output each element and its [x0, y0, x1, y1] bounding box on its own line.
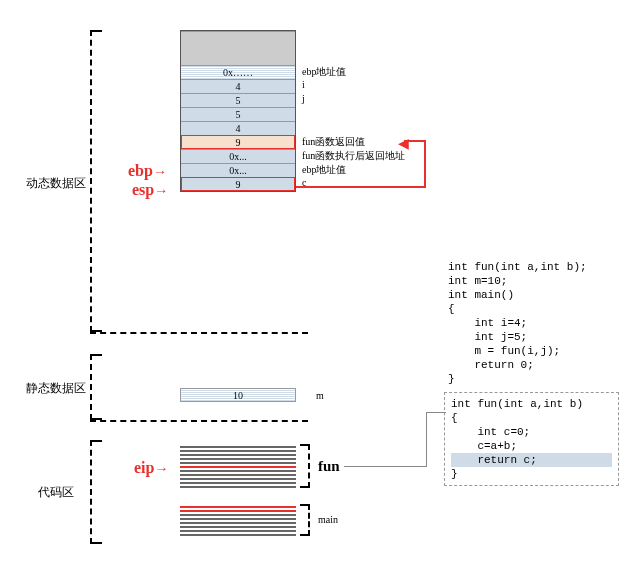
stack-cell-0: 0x……	[181, 65, 295, 79]
return-arrow-h	[424, 140, 426, 188]
stack-label-7: ebp地址值	[302, 163, 346, 177]
stack-cell-4: 4	[181, 121, 295, 135]
code1-l9: }	[448, 372, 623, 386]
static-m-label: m	[316, 390, 324, 401]
stack-top-grey	[181, 31, 295, 65]
stack-label-2: j	[302, 93, 305, 104]
code2-l6: }	[451, 467, 612, 481]
code1-l7: m = fun(i,j);	[448, 344, 623, 358]
code1-l1: int fun(int a,int b);	[448, 260, 623, 274]
brace-fun	[300, 444, 310, 488]
stack-label-6: fun函数执行后返回地址	[302, 149, 405, 163]
ebp-pointer: ebp→	[128, 162, 167, 180]
stack-cell-8: 9	[181, 177, 295, 191]
arrow-right-icon: →	[153, 164, 167, 180]
brace-dynamic	[90, 30, 102, 332]
connector-line-1	[344, 466, 426, 467]
code2-l1: int fun(int a,int b)	[451, 397, 612, 411]
fun-label: fun	[318, 458, 340, 475]
brace-static	[90, 354, 102, 420]
return-arrow-head: ◀	[398, 135, 409, 152]
code1-l5: int i=4;	[448, 316, 623, 330]
stack-cell-6: 0x...	[181, 149, 295, 163]
arrow-right-icon: →	[154, 461, 168, 477]
stack-label-5: fun函数返回值	[302, 135, 365, 149]
region-static-label: 静态数据区	[26, 380, 86, 397]
separator-1	[90, 332, 308, 334]
code-panel-main: int fun(int a,int b); int m=10; int main…	[448, 260, 623, 386]
stack-cell-5: 9	[181, 135, 295, 149]
stack-column: 0x…… 4 5 5 4 9 0x... 0x... 9	[180, 30, 296, 192]
code-fun-block	[180, 444, 296, 488]
stack-cell-7: 0x...	[181, 163, 295, 177]
connector-line-3	[426, 412, 446, 413]
code1-l8: return 0;	[448, 358, 623, 372]
brace-code	[90, 440, 102, 544]
connector-line-2	[426, 412, 427, 467]
stack-cell-2: 5	[181, 93, 295, 107]
static-m-cell: 10	[180, 388, 296, 402]
code-panel-fun: int fun(int a,int b) { int c=0; c=a+b; r…	[444, 392, 619, 486]
code1-l4: {	[448, 302, 623, 316]
code2-l3: int c=0;	[451, 425, 612, 439]
region-dynamic-label: 动态数据区	[26, 175, 86, 192]
brace-main	[300, 504, 310, 536]
code2-l5: return c;	[451, 453, 612, 467]
esp-pointer: esp→	[132, 181, 168, 199]
return-arrow-v2	[296, 186, 426, 188]
main-label: main	[318, 514, 338, 525]
arrow-right-icon: →	[154, 183, 168, 199]
code-main-block	[180, 504, 296, 536]
region-code-label: 代码区	[38, 484, 74, 501]
code1-l6: int j=5;	[448, 330, 623, 344]
code2-l2: {	[451, 411, 612, 425]
eip-line	[180, 466, 296, 468]
code2-l4: c=a+b;	[451, 439, 612, 453]
stack-label-0: ebp地址值	[302, 65, 346, 79]
code1-l2: int m=10;	[448, 274, 623, 288]
code1-l3: int main()	[448, 288, 623, 302]
separator-2	[90, 420, 308, 422]
stack-label-1: i	[302, 79, 305, 90]
stack-cell-1: 4	[181, 79, 295, 93]
eip-pointer: eip→	[134, 459, 168, 477]
stack-cell-3: 5	[181, 107, 295, 121]
